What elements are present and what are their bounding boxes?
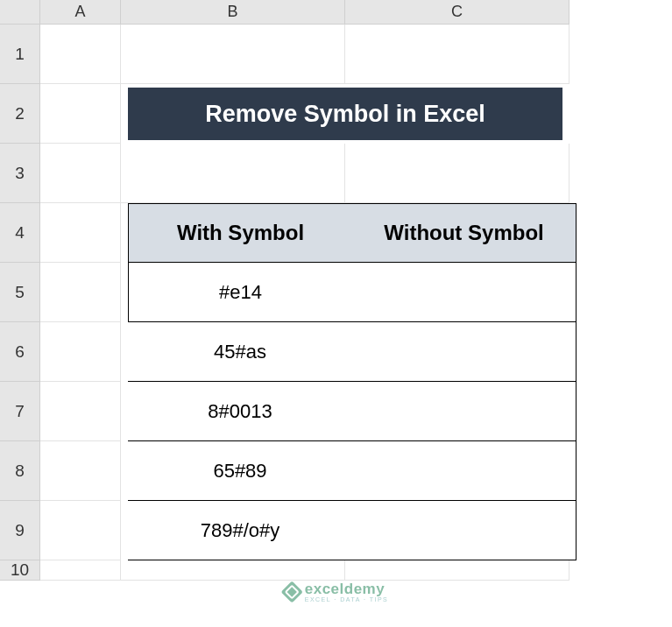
title-text: Remove Symbol in Excel (128, 88, 562, 140)
table-cell[interactable]: #e14 (128, 263, 352, 322)
col-header-C[interactable]: C (345, 0, 569, 25)
col-header-B[interactable]: B (121, 0, 345, 25)
spreadsheet-grid: A B C 1 2 Remove Symbol in Excel 3 4 Wit… (0, 0, 672, 581)
watermark-logo-icon (280, 581, 302, 602)
row-header-8[interactable]: 8 (0, 441, 40, 501)
row-header-6[interactable]: 6 (0, 322, 40, 382)
table-cell[interactable] (352, 322, 577, 382)
select-all-corner[interactable] (0, 0, 40, 25)
table-cell[interactable] (352, 501, 577, 560)
cell-A2[interactable] (40, 84, 121, 144)
cell-B1[interactable] (121, 25, 345, 84)
cell-A6[interactable] (40, 322, 121, 382)
cell-B3[interactable] (121, 144, 345, 203)
cell-C3[interactable] (345, 144, 569, 203)
watermark-sub: EXCEL · DATA · TIPS (305, 596, 389, 602)
row-header-2[interactable]: 2 (0, 84, 40, 144)
row-header-7[interactable]: 7 (0, 382, 40, 441)
cell-B10[interactable] (121, 560, 345, 581)
watermark-main: exceldemy (305, 581, 389, 596)
watermark-text: exceldemy EXCEL · DATA · TIPS (305, 581, 389, 602)
cell-A10[interactable] (40, 560, 121, 581)
cell-C1[interactable] (345, 25, 569, 84)
cell-A4[interactable] (40, 203, 121, 263)
col-header-A[interactable]: A (40, 0, 121, 25)
table-cell[interactable]: 65#89 (128, 441, 352, 501)
watermark: exceldemy EXCEL · DATA · TIPS (284, 581, 389, 602)
row-header-9[interactable]: 9 (0, 501, 40, 560)
table-cell[interactable] (352, 263, 577, 322)
table-cell[interactable]: 45#as (128, 322, 352, 382)
title-banner[interactable]: Remove Symbol in Excel (128, 88, 562, 140)
row-header-5[interactable]: 5 (0, 263, 40, 322)
cell-A7[interactable] (40, 382, 121, 441)
table-header-with[interactable]: With Symbol (128, 203, 352, 263)
cell-A9[interactable] (40, 501, 121, 560)
cell-A3[interactable] (40, 144, 121, 203)
table-cell[interactable] (352, 382, 577, 441)
cell-A5[interactable] (40, 263, 121, 322)
data-table: With Symbol Without Symbol #e14 45#as 8#… (128, 203, 562, 560)
row-header-4[interactable]: 4 (0, 203, 40, 263)
table-cell[interactable] (352, 441, 577, 501)
table-header-without[interactable]: Without Symbol (352, 203, 577, 263)
row-header-3[interactable]: 3 (0, 144, 40, 203)
table-cell[interactable]: 8#0013 (128, 382, 352, 441)
cell-C10[interactable] (345, 560, 569, 581)
table-cell[interactable]: 789#/o#y (128, 501, 352, 560)
row-header-10[interactable]: 10 (0, 560, 40, 581)
cell-A8[interactable] (40, 441, 121, 501)
row-header-1[interactable]: 1 (0, 25, 40, 84)
cell-A1[interactable] (40, 25, 121, 84)
